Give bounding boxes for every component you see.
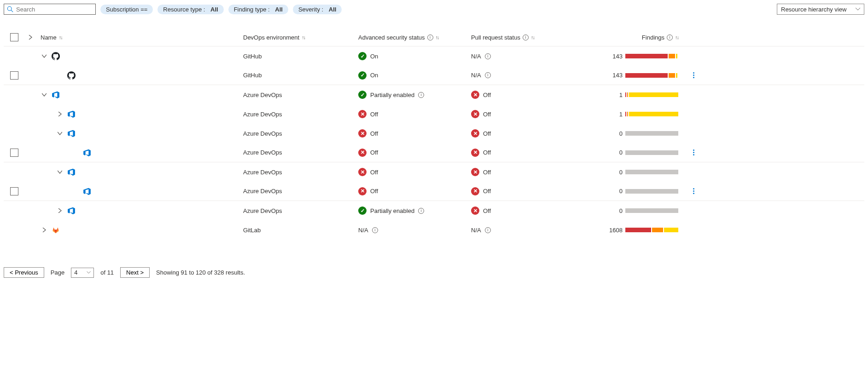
findings-bar bbox=[625, 150, 678, 155]
info-icon[interactable]: i bbox=[485, 53, 491, 59]
adv-security-cell: ✕Off bbox=[358, 110, 471, 118]
pr-status-cell: N/A i bbox=[471, 227, 586, 234]
expand-toggle[interactable] bbox=[41, 226, 48, 234]
chevron-down-icon bbox=[856, 8, 860, 11]
table-row[interactable]: Azure DevOps✕Off✕Off0 bbox=[4, 143, 864, 162]
expand-all-toggle[interactable] bbox=[27, 34, 34, 41]
findings-cell: 143 bbox=[586, 72, 678, 79]
ado-icon bbox=[83, 187, 91, 195]
x-badge-icon: ✕ bbox=[471, 187, 479, 195]
expand-toggle[interactable] bbox=[41, 91, 48, 98]
info-icon[interactable]: i bbox=[523, 34, 529, 40]
adv-security-cell: ✓Partially enabled i bbox=[358, 91, 471, 99]
filter-subscription[interactable]: Subscription == bbox=[100, 5, 153, 14]
filter-severity[interactable]: Severity : All bbox=[293, 5, 342, 14]
adv-security-cell: ✕Off bbox=[358, 129, 471, 138]
findings-cell: 0 bbox=[586, 149, 678, 156]
column-name[interactable]: Name↑↓ bbox=[41, 34, 243, 41]
column-findings[interactable]: Findingsi↑↓ bbox=[586, 34, 678, 41]
devops-env-cell: Azure DevOps bbox=[243, 149, 358, 156]
sort-icon: ↑↓ bbox=[59, 34, 62, 40]
column-pr-status[interactable]: Pull request statusi↑↓ bbox=[471, 34, 586, 41]
findings-cell: 1 bbox=[586, 92, 678, 98]
pagination-footer: < Previous Page 4 of 11 Next > Showing 9… bbox=[4, 267, 864, 278]
table-row[interactable]: Azure DevOps✕Off✕Off0 bbox=[4, 124, 864, 143]
adv-security-cell: ✓On bbox=[358, 52, 471, 60]
pr-status-cell: N/A i bbox=[471, 72, 586, 79]
sort-icon: ↑↓ bbox=[531, 34, 534, 40]
findings-cell: 1 bbox=[586, 111, 678, 118]
info-icon[interactable]: i bbox=[485, 72, 491, 78]
pr-status-cell: ✕Off bbox=[471, 110, 586, 118]
filter-resource-type[interactable]: Resource type : All bbox=[157, 5, 223, 14]
sort-icon: ↑↓ bbox=[675, 34, 678, 40]
results-table: Name↑↓ DevOps environment↑↓ Advanced sec… bbox=[4, 29, 864, 240]
filter-finding-type[interactable]: Finding type : All bbox=[228, 5, 288, 14]
table-row[interactable]: GitHub✓OnN/A i143 bbox=[4, 46, 864, 66]
findings-bar bbox=[625, 208, 678, 213]
table-row[interactable]: Azure DevOps✓Partially enabled i✕Off0 bbox=[4, 201, 864, 220]
row-checkbox[interactable] bbox=[10, 149, 18, 157]
expand-toggle[interactable] bbox=[56, 130, 64, 137]
findings-bar bbox=[625, 112, 678, 116]
findings-bar bbox=[625, 189, 678, 194]
column-adv-security[interactable]: Advanced security statusi↑↓ bbox=[358, 34, 471, 41]
info-icon[interactable]: i bbox=[418, 92, 424, 98]
info-icon[interactable]: i bbox=[418, 208, 424, 214]
previous-button[interactable]: < Previous bbox=[4, 267, 44, 278]
page-select[interactable]: 4 bbox=[71, 268, 94, 278]
next-button[interactable]: Next > bbox=[120, 267, 150, 278]
table-row[interactable]: Azure DevOps✕Off✕Off0 bbox=[4, 182, 864, 201]
expand-toggle[interactable] bbox=[56, 110, 64, 118]
sort-icon: ↑↓ bbox=[302, 34, 305, 40]
x-badge-icon: ✕ bbox=[471, 149, 479, 157]
devops-env-cell: Azure DevOps bbox=[243, 130, 358, 137]
check-badge-icon: ✓ bbox=[358, 206, 367, 215]
info-icon[interactable]: i bbox=[667, 34, 673, 40]
info-icon[interactable]: i bbox=[427, 34, 433, 40]
adv-security-cell: ✕Off bbox=[358, 168, 471, 176]
column-devops-env[interactable]: DevOps environment↑↓ bbox=[243, 34, 358, 41]
table-row[interactable]: Azure DevOps✕Off✕Off1 bbox=[4, 104, 864, 124]
table-row[interactable]: GitHub✓OnN/A i143 bbox=[4, 66, 864, 85]
x-badge-icon: ✕ bbox=[358, 168, 367, 176]
search-input[interactable] bbox=[13, 6, 94, 13]
row-checkbox[interactable] bbox=[10, 187, 18, 195]
x-badge-icon: ✕ bbox=[358, 187, 367, 195]
expand-toggle[interactable] bbox=[41, 52, 48, 60]
gitlab-icon bbox=[52, 226, 60, 234]
expand-toggle[interactable] bbox=[56, 168, 64, 176]
row-menu-icon[interactable] bbox=[690, 149, 697, 155]
row-menu-icon[interactable] bbox=[690, 188, 697, 194]
findings-cell: 0 bbox=[586, 188, 678, 195]
adv-security-cell: ✕Off bbox=[358, 187, 471, 195]
findings-cell: 0 bbox=[586, 207, 678, 214]
select-all-checkbox[interactable] bbox=[10, 33, 18, 41]
devops-env-cell: Azure DevOps bbox=[243, 92, 358, 98]
pr-status-cell: ✕Off bbox=[471, 149, 586, 157]
table-row[interactable]: Azure DevOps✓Partially enabled i✕Off1 bbox=[4, 85, 864, 104]
pr-status-cell: ✕Off bbox=[471, 206, 586, 215]
x-badge-icon: ✕ bbox=[471, 168, 479, 176]
findings-bar bbox=[625, 131, 678, 136]
info-icon[interactable]: i bbox=[372, 227, 378, 233]
pr-status-cell: ✕Off bbox=[471, 168, 586, 176]
table-row[interactable]: GitLabN/A iN/A i1608 bbox=[4, 220, 864, 240]
row-menu-icon[interactable] bbox=[690, 72, 697, 78]
table-row[interactable]: Azure DevOps✕Off✕Off0 bbox=[4, 162, 864, 182]
view-selector[interactable]: Resource hierarchy view bbox=[777, 4, 864, 15]
search-input-container[interactable] bbox=[4, 4, 96, 15]
x-badge-icon: ✕ bbox=[471, 110, 479, 118]
row-checkbox[interactable] bbox=[10, 71, 18, 80]
info-icon[interactable]: i bbox=[485, 227, 491, 233]
adv-security-cell: ✕Off bbox=[358, 149, 471, 157]
pr-status-cell: ✕Off bbox=[471, 129, 586, 138]
search-icon bbox=[7, 6, 13, 12]
adv-security-cell: ✓On bbox=[358, 71, 471, 80]
chevron-down-icon bbox=[87, 271, 91, 274]
x-badge-icon: ✕ bbox=[358, 110, 367, 118]
table-header: Name↑↓ DevOps environment↑↓ Advanced sec… bbox=[4, 29, 864, 46]
expand-toggle[interactable] bbox=[56, 207, 64, 214]
x-badge-icon: ✕ bbox=[358, 129, 367, 138]
devops-env-cell: Azure DevOps bbox=[243, 188, 358, 195]
